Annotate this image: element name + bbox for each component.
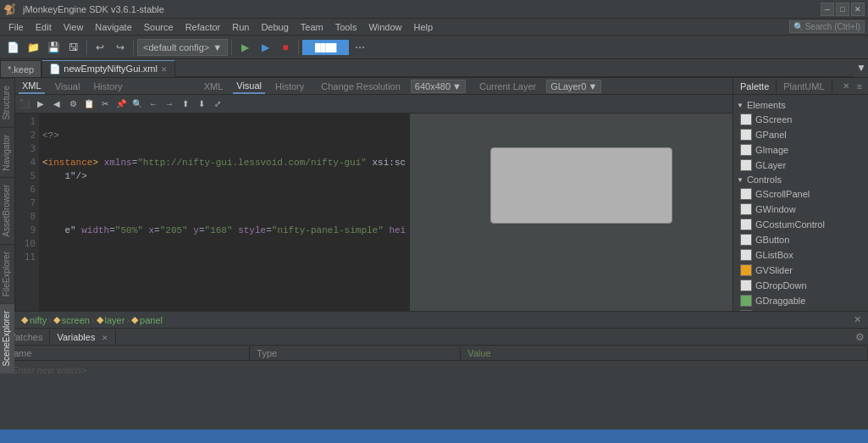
menu-debug[interactable]: Debug [256,20,293,34]
change-resolution-label: Change Resolution [321,81,401,91]
vert-tab-sceneexplorer[interactable]: SceneExplorer [0,303,14,374]
element-gvslider[interactable]: GVSlider [737,263,865,278]
variables-tab-close[interactable]: ✕ [102,334,108,342]
vert-tab-fileexplorer[interactable]: FileExplorer [0,244,14,303]
debug-run-btn[interactable]: ▶ [256,38,274,57]
right-panel-options[interactable]: ≡ [853,80,866,93]
element-glistbox[interactable]: GListBox [737,247,865,263]
save-btn[interactable]: 💾 [44,38,63,57]
menu-tools[interactable]: Tools [330,20,362,34]
minimize-button[interactable]: ─ [821,3,834,16]
search-icon: 🔍 [793,22,804,31]
build-btn[interactable]: ▶ [235,38,254,57]
tab-spacer [175,76,854,77]
editor-tab-history[interactable]: History [90,80,125,93]
element-gscreen[interactable]: GScreen [737,112,865,127]
toolbar-btn-3[interactable]: ◀ [49,97,64,112]
stop-btn[interactable]: ■ [276,38,295,57]
palette-tab[interactable]: Palette [733,80,777,93]
gscreen-icon [740,114,752,125]
element-gbutton[interactable]: GButton [737,232,865,247]
plantuml-tab[interactable]: PlantUML [777,80,832,93]
gpanel-label: GPanel [755,130,787,140]
menu-run[interactable]: Run [227,20,254,34]
variables-tab[interactable]: Variables ✕ [50,330,115,344]
breadcrumb-screen[interactable]: ◆ screen [53,314,90,325]
element-gpanel[interactable]: GPanel [737,127,865,142]
menu-navigate[interactable]: Navigate [90,20,136,34]
toolbar-btn-2[interactable]: ▶ [33,97,48,112]
toolbar-btn-6[interactable]: ✂ [97,97,113,112]
tab-menu-btn[interactable]: ▼ [854,58,868,77]
visual-tab-history[interactable]: History [272,80,307,93]
tab-nifty-xml[interactable]: 📄 newEmptyNiftyGui.xml ✕ [41,60,175,77]
element-glayer[interactable]: GLayer [737,158,865,173]
new-watch-row[interactable]: <Enter new watch> [0,361,868,376]
toolbar-btn-10[interactable]: → [162,97,177,112]
vert-tab-assetbrowser[interactable]: AssetBrowser [0,177,14,244]
maximize-button[interactable]: □ [836,3,849,16]
element-gscrollpanel[interactable]: GScrollPanel [737,186,865,202]
elements-header[interactable]: ▼ Elements [737,98,865,112]
menu-refactor[interactable]: Refactor [180,20,226,34]
element-gdraggable[interactable]: GDraggable [737,293,865,308]
menu-edit[interactable]: Edit [30,20,57,34]
controls-label: Controls [747,174,782,185]
more-btn[interactable]: ⋯ [351,38,369,57]
open-btn[interactable]: 📁 [24,38,42,57]
element-gimage[interactable]: GImage [737,142,865,158]
menu-source[interactable]: Source [139,20,179,34]
col-value: Value [461,346,868,360]
tab-keep[interactable]: *.keep [0,60,41,77]
right-panel-close[interactable]: ✕ [839,80,853,92]
menu-window[interactable]: Window [363,20,406,34]
toolbar-btn-12[interactable]: ⬇ [194,97,209,112]
visual-tab-xml[interactable]: XML [201,80,227,93]
toolbar-btn-1[interactable]: ⬛ [17,97,32,112]
config-dropdown[interactable]: <default config> ▼ [137,39,228,56]
search-box[interactable]: 🔍 Search (Ctrl+I) [789,20,865,33]
element-gwindow[interactable]: GWindow [737,202,865,217]
breadcrumb-layer[interactable]: ◆ layer [97,314,125,325]
vert-tab-structure[interactable]: Structure [0,78,14,127]
title-bar-controls: ─ □ ✕ [821,3,865,16]
element-gradiogroup[interactable]: GRadioGroup [737,308,865,311]
toolbar-btn-8[interactable]: 🔍 [130,97,145,112]
current-layer-label: Current Layer [479,81,536,91]
undo-btn[interactable]: ↩ [91,38,109,57]
layer-arrow: ▼ [588,81,597,91]
breadcrumb-nifty[interactable]: ◆ nifty [21,314,47,325]
breadcrumb-close[interactable]: ✕ [854,314,861,325]
toolbar-btn-11[interactable]: ⬆ [178,97,193,112]
menu-team[interactable]: Team [296,20,329,34]
layer-dropdown[interactable]: GLayer0 ▼ [546,80,601,93]
resolution-dropdown[interactable]: 640x480 ▼ [411,80,466,93]
breadcrumb-panel[interactable]: ◆ panel [131,314,163,325]
toolbar-btn-5[interactable]: 📋 [81,97,97,112]
bottom-toolbar-options[interactable]: ⚙ [855,331,868,343]
elements-label: Elements [747,100,786,110]
toolbar-btn-9[interactable]: ← [146,97,161,112]
visual-canvas[interactable] [410,114,733,311]
menu-view[interactable]: View [58,20,89,34]
gbutton-icon [740,234,752,246]
save-all-btn[interactable]: 🖫 [64,38,83,57]
close-button[interactable]: ✕ [851,3,865,16]
redo-btn[interactable]: ↪ [111,38,130,57]
toolbar-btn-expand[interactable]: ⤢ [210,97,225,112]
editor-tab-xml[interactable]: XML [19,79,45,94]
tab-nifty-close[interactable]: ✕ [161,65,168,74]
code-content[interactable]: <?> <instance> xmlns="http://nifty-gui.l… [39,114,409,311]
toolbar-btn-4[interactable]: ⚙ [65,97,80,112]
controls-header[interactable]: ▼ Controls [737,173,865,186]
menu-file[interactable]: File [3,20,29,34]
menu-help[interactable]: Help [409,20,439,34]
col-type: Type [250,346,461,360]
element-gcostumcontrol[interactable]: GCostumControl [737,217,865,232]
new-btn[interactable]: 📄 [3,38,22,57]
visual-tab-visual[interactable]: Visual [233,79,265,94]
toolbar-btn-7[interactable]: 📌 [113,97,129,112]
vert-tab-navigator[interactable]: Navigator [0,127,14,178]
editor-tab-visual[interactable]: Visual [52,80,84,93]
element-gdropdown[interactable]: GDropDown [737,278,865,293]
